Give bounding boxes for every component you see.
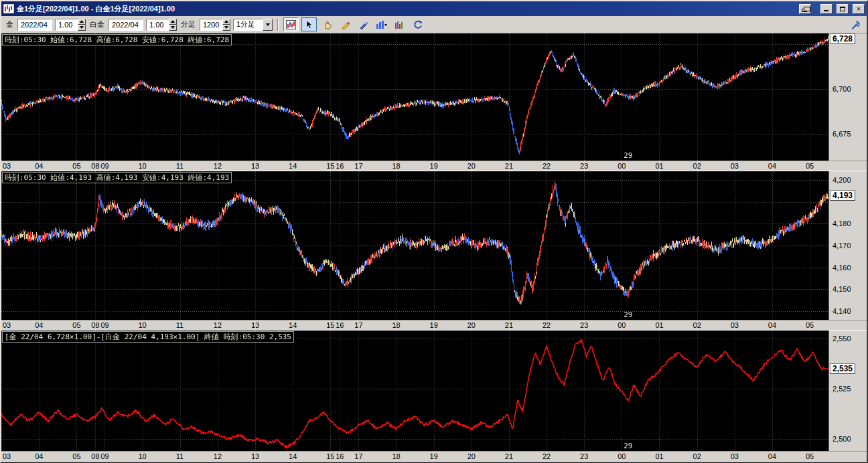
x-axis-label: 21 [505, 452, 513, 460]
platinum-month-field[interactable]: 2022/04 [108, 19, 143, 31]
app-icon [3, 4, 14, 13]
x-axis-label: 05 [806, 321, 814, 329]
bars-count-field[interactable]: 1200 [200, 19, 222, 31]
x-axis-label: 21 [505, 321, 513, 329]
x-axis-label: 12 [214, 162, 222, 170]
x-axis-label: 18 [392, 321, 400, 329]
refresh-icon [413, 20, 423, 29]
chevron-down-icon [266, 23, 270, 26]
spread-chart-plot[interactable]: [金 22/04 6,728×1.00]-[白金 22/04 4,193×1.0… [1, 331, 829, 451]
x-axis-label: 04 [35, 452, 43, 460]
gold-month-field[interactable]: 2022/04 [17, 19, 52, 31]
refresh-button[interactable] [410, 17, 425, 31]
spin-down-button[interactable] [78, 25, 86, 31]
minimize-button[interactable] [820, 4, 833, 14]
gold-time-axis: 0304050809101112131415161718192021222300… [1, 161, 867, 171]
x-axis-label: 02 [693, 321, 701, 329]
x-axis-label: 09 [100, 452, 108, 460]
title-bar[interactable]: 金1分足[2022/04]1.00 - 白金1分足[2022/04]1.00 × [1, 1, 867, 16]
x-axis-label: 10 [139, 452, 147, 460]
x-axis-label: 08 [91, 321, 99, 329]
cursor-tool-button[interactable] [301, 17, 317, 31]
gold-chart-panel: 時刻:05:30 始値:6,728 高値:6,728 安値:6,728 終値:6… [1, 33, 867, 161]
histogram-icon [394, 20, 405, 29]
x-axis-label: 04 [768, 162, 776, 170]
x-axis-label: 14 [289, 162, 297, 170]
spread-chart-canvas[interactable] [1, 331, 828, 451]
x-axis-label: 19 [430, 162, 438, 170]
x-axis-label: 09 [100, 162, 108, 170]
maximize-icon [840, 7, 845, 11]
x-axis-label: 14 [289, 452, 297, 460]
minimize-icon [824, 10, 828, 11]
platinum-time-axis: 0304050809101112131415161718192021222300… [1, 320, 867, 331]
spin-down-button[interactable] [222, 25, 230, 31]
x-axis-label: 08 [91, 162, 99, 170]
bars-label: 分足 [181, 19, 196, 29]
x-axis-label: 05 [72, 452, 80, 460]
x-axis-label: 00 [618, 162, 626, 170]
x-axis-label: 03 [731, 321, 739, 329]
x-axis-label: 04 [35, 321, 43, 329]
x-axis-label: 20 [467, 162, 476, 170]
x-axis-label: 04 [768, 452, 776, 460]
pan-tool-button[interactable] [319, 17, 335, 31]
x-axis-label: 03 [731, 162, 739, 170]
cursor-icon [305, 20, 313, 29]
platinum-multiplier-field[interactable]: 1.00 [146, 19, 169, 31]
gold-label: 金 [6, 19, 13, 29]
period-dropdown[interactable]: 1分足 [233, 19, 273, 31]
x-axis-label: 19 [430, 452, 438, 460]
x-axis-label: 16 [336, 452, 344, 460]
period-value[interactable]: 1分足 [233, 19, 263, 31]
x-axis-label: 12 [214, 452, 222, 460]
x-axis-label: 02 [693, 452, 701, 460]
float-window-button[interactable] [799, 4, 811, 14]
pen-tool-button[interactable] [356, 17, 371, 31]
board-window-button[interactable] [283, 17, 299, 31]
chart-type-button[interactable] [374, 17, 389, 31]
y-axis-label: 2,525 [833, 385, 851, 393]
spin-up-button[interactable] [222, 19, 230, 25]
gold-multiplier-field[interactable]: 1.00 [55, 19, 78, 31]
x-axis-label: 01 [655, 452, 663, 460]
spin-up-button[interactable] [169, 19, 177, 25]
app-window: 金1分足[2022/04]1.00 - 白金1分足[2022/04]1.00 ×… [0, 0, 868, 463]
platinum-chart-plot[interactable]: 時刻:05:30 始値:4,193 高値:4,193 安値:4,193 終値:4… [1, 171, 829, 320]
x-axis-label: 15 [326, 162, 334, 170]
x-axis-label: 16 [336, 321, 344, 329]
close-button[interactable]: × [853, 4, 865, 14]
x-axis-label: 05 [806, 162, 814, 170]
x-axis-label: 04 [35, 162, 43, 170]
x-axis-label: 08 [91, 452, 99, 460]
toolbar-separator [277, 19, 279, 31]
histogram-button[interactable] [392, 17, 407, 31]
settings-tool-button[interactable] [848, 17, 863, 31]
up-arrow-icon [80, 20, 84, 23]
platinum-chart-canvas[interactable] [1, 171, 828, 320]
x-axis-label: 20 [467, 452, 476, 460]
period-dropdown-button[interactable] [263, 19, 273, 31]
x-axis-label: 03 [3, 162, 11, 170]
x-axis-label: 22 [542, 321, 551, 329]
gold-chart-canvas[interactable] [1, 33, 828, 161]
float-window-icon [802, 9, 807, 12]
x-axis-label: 15 [326, 321, 334, 329]
pencil-tool-button[interactable] [338, 17, 353, 31]
x-axis-label: 05 [72, 321, 80, 329]
maximize-button[interactable] [837, 4, 849, 14]
gold-chart-plot[interactable]: 時刻:05:30 始値:6,728 高値:6,728 安値:6,728 終値:6… [1, 33, 829, 161]
y-axis-label: 4,170 [833, 242, 851, 250]
down-arrow-icon [171, 26, 175, 29]
x-axis-label: 00 [618, 452, 626, 460]
x-axis-label: 05 [806, 452, 814, 460]
spin-down-button[interactable] [169, 25, 177, 31]
x-axis-label: 15 [326, 452, 334, 460]
x-axis-label: 02 [693, 162, 701, 170]
current-price-label: 6,728 [830, 33, 855, 44]
y-axis-label: 2,550 [833, 335, 851, 343]
x-axis-label: 23 [580, 321, 588, 329]
current-price-label: 4,193 [830, 190, 855, 201]
spin-up-button[interactable] [78, 19, 86, 25]
y-axis-label: 4,180 [833, 219, 851, 227]
